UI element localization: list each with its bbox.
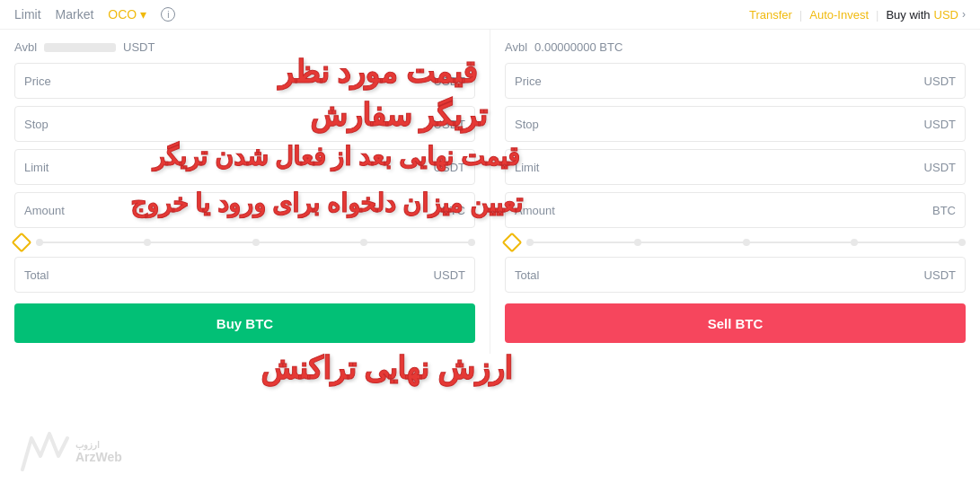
market-tab[interactable]: Market <box>56 7 94 22</box>
buy-with-row: Buy with USD › <box>886 8 966 22</box>
limit-tab[interactable]: Limit <box>14 7 41 22</box>
total-row-left: Total USDT <box>14 257 475 293</box>
limit-input-left[interactable]: Limit USDT <box>14 149 475 185</box>
slider-handle-right[interactable] <box>502 233 523 253</box>
top-right-links: Transfer | Auto-Invest | Buy with USD › <box>749 8 966 22</box>
sell-panel: Avbl 0.00000000 BTC Price USDT Stop USDT… <box>490 30 980 354</box>
limit-input-right[interactable]: Limit USDT <box>505 149 966 185</box>
info-icon[interactable]: i <box>161 7 175 22</box>
avbl-row-left: Avbl USDT <box>14 40 475 54</box>
autoinvest-link[interactable]: Auto-Invest <box>809 8 869 22</box>
transfer-link[interactable]: Transfer <box>749 8 792 22</box>
amount-input-left[interactable]: Amount BTC <box>14 192 475 228</box>
main-content: Avbl USDT Price USDT Stop USDT Limit USD… <box>0 30 980 354</box>
watermark: ارزوب ArzWeb <box>18 429 122 474</box>
avbl-bar-left <box>44 43 116 52</box>
annotation-line5: ارزش نهایی تراکنش <box>260 350 512 386</box>
oco-tab[interactable]: OCO ▾ <box>108 7 146 22</box>
price-input-left[interactable]: Price USDT <box>14 63 475 99</box>
amount-input-right[interactable]: Amount BTC <box>505 192 966 228</box>
stop-input-left[interactable]: Stop USDT <box>14 106 475 142</box>
slider-track-left <box>36 242 475 243</box>
stop-input-right[interactable]: Stop USDT <box>505 106 966 142</box>
buy-panel: Avbl USDT Price USDT Stop USDT Limit USD… <box>0 30 490 354</box>
avbl-row-right: Avbl 0.00000000 BTC <box>505 40 966 54</box>
buy-button[interactable]: Buy BTC <box>14 303 475 343</box>
price-input-right[interactable]: Price USDT <box>505 63 966 99</box>
sell-button[interactable]: Sell BTC <box>505 303 966 343</box>
slider-track-right <box>526 242 966 243</box>
order-types: Limit Market OCO ▾ i <box>14 7 175 22</box>
total-row-right: Total USDT <box>505 257 966 293</box>
slider-left[interactable] <box>14 235 475 250</box>
top-bar: Limit Market OCO ▾ i Transfer | Auto-Inv… <box>0 0 980 30</box>
slider-handle-left[interactable] <box>12 233 32 253</box>
slider-right[interactable] <box>505 235 966 250</box>
watermark-text: ArzWeb <box>75 450 122 464</box>
